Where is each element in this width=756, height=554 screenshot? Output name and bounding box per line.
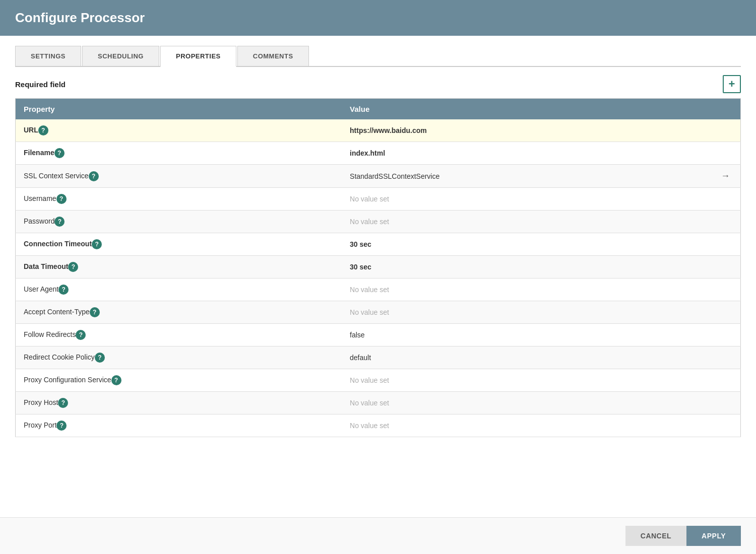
table-body: URL?https://www.baidu.comFilename?index.… (16, 119, 741, 437)
table-row[interactable]: Data Timeout?30 sec (16, 256, 741, 279)
help-icon[interactable]: ? (92, 239, 102, 249)
col-header-property: Property (16, 99, 342, 120)
property-value-cell[interactable]: default (342, 347, 710, 369)
tab-settings[interactable]: SETTINGS (15, 46, 81, 66)
tab-scheduling[interactable]: SCHEDULING (82, 46, 159, 66)
property-action-cell (711, 347, 741, 369)
table-row[interactable]: Follow Redirects?false (16, 324, 741, 347)
property-action-cell (711, 324, 741, 347)
cancel-button[interactable]: CANCEL (625, 526, 686, 546)
property-name-cell: Data Timeout? (16, 256, 342, 279)
table-row[interactable]: Filename?index.html (16, 142, 741, 165)
property-name: Proxy Configuration Service (24, 376, 111, 384)
properties-table: Property Value URL?https://www.baidu.com… (15, 98, 741, 437)
property-value-cell[interactable]: 30 sec (342, 233, 710, 256)
dialog-content: SETTINGS SCHEDULING PROPERTIES COMMENTS … (0, 36, 756, 517)
table-row[interactable]: Connection Timeout?30 sec (16, 233, 741, 256)
property-name: Password (24, 217, 54, 225)
help-icon[interactable]: ? (54, 217, 65, 227)
help-icon[interactable]: ? (56, 194, 67, 204)
help-icon[interactable]: ? (58, 285, 69, 295)
table-row[interactable]: Proxy Configuration Service?No value set (16, 369, 741, 392)
help-icon[interactable]: ? (95, 353, 105, 363)
property-value-cell[interactable]: No value set (342, 279, 710, 301)
property-name-cell: Accept Content-Type? (16, 301, 342, 324)
required-field-row: Required field + (15, 67, 741, 98)
property-name: SSL Context Service (24, 172, 89, 180)
property-action-cell (711, 369, 741, 392)
property-value-cell[interactable]: No value set (342, 369, 710, 392)
property-name: Data Timeout (24, 262, 68, 270)
add-property-button[interactable]: + (723, 75, 741, 93)
dialog-footer: CANCEL APPLY (0, 517, 756, 554)
property-name-cell: User Agent? (16, 279, 342, 301)
property-value-cell[interactable]: No value set (342, 392, 710, 414)
table-row[interactable]: User Agent?No value set (16, 279, 741, 301)
help-icon[interactable]: ? (90, 307, 100, 317)
property-name: URL (24, 126, 38, 134)
property-value-cell[interactable]: No value set (342, 188, 710, 211)
property-name-cell: Proxy Port? (16, 414, 342, 437)
table-row[interactable]: URL?https://www.baidu.com (16, 119, 741, 142)
property-value-cell[interactable]: 30 sec (342, 256, 710, 279)
table-row[interactable]: Redirect Cookie Policy?default (16, 347, 741, 369)
property-value-cell[interactable]: No value set (342, 211, 710, 233)
property-value-cell[interactable]: No value set (342, 414, 710, 437)
help-icon[interactable]: ? (68, 262, 78, 272)
property-name: Proxy Host (24, 398, 58, 406)
table-header: Property Value (16, 99, 741, 120)
help-icon[interactable]: ? (89, 171, 99, 181)
table-row[interactable]: Password?No value set (16, 211, 741, 233)
col-header-action (711, 99, 741, 120)
property-action-cell (711, 142, 741, 165)
help-icon[interactable]: ? (38, 125, 48, 135)
navigate-arrow-icon[interactable]: → (721, 171, 730, 181)
table-row[interactable]: Accept Content-Type?No value set (16, 301, 741, 324)
apply-button[interactable]: APPLY (686, 526, 741, 546)
property-action-cell (711, 301, 741, 324)
property-value-cell[interactable]: https://www.baidu.com (342, 119, 710, 142)
required-field-label: Required field (15, 80, 66, 89)
property-value-cell[interactable]: No value set (342, 301, 710, 324)
help-icon[interactable]: ? (54, 148, 65, 158)
col-header-value: Value (342, 99, 710, 120)
property-action-cell (711, 211, 741, 233)
table-row[interactable]: Proxy Port?No value set (16, 414, 741, 437)
property-name: Follow Redirects (24, 330, 76, 338)
property-name: Accept Content-Type (24, 308, 90, 316)
tab-properties[interactable]: PROPERTIES (160, 46, 236, 67)
property-value-cell[interactable]: StandardSSLContextService (342, 165, 710, 188)
help-icon[interactable]: ? (111, 375, 121, 385)
property-action-cell (711, 414, 741, 437)
property-name-cell: URL? (16, 119, 342, 142)
property-name: Connection Timeout (24, 240, 92, 248)
property-action-cell (711, 279, 741, 301)
property-action-cell (711, 233, 741, 256)
configure-processor-dialog: Configure Processor SETTINGS SCHEDULING … (0, 0, 756, 554)
help-icon[interactable]: ? (58, 398, 68, 408)
property-value-cell[interactable]: false (342, 324, 710, 347)
property-name-cell: Redirect Cookie Policy? (16, 347, 342, 369)
property-name: Username (24, 194, 56, 202)
property-value-cell[interactable]: index.html (342, 142, 710, 165)
tab-comments[interactable]: COMMENTS (237, 46, 309, 66)
property-action-cell (711, 256, 741, 279)
property-name: Proxy Port (24, 421, 56, 429)
property-name: Redirect Cookie Policy (24, 353, 95, 361)
property-name-cell: Username? (16, 188, 342, 211)
property-name-cell: Connection Timeout? (16, 233, 342, 256)
help-icon[interactable]: ? (76, 330, 86, 340)
table-row[interactable]: Proxy Host?No value set (16, 392, 741, 414)
property-name-cell: Password? (16, 211, 342, 233)
property-name: Filename (24, 149, 54, 157)
dialog-title: Configure Processor (15, 10, 741, 26)
help-icon[interactable]: ? (56, 421, 67, 431)
property-name-cell: Follow Redirects? (16, 324, 342, 347)
table-row[interactable]: Username?No value set (16, 188, 741, 211)
dialog-header: Configure Processor (0, 0, 756, 36)
table-row[interactable]: SSL Context Service?StandardSSLContextSe… (16, 165, 741, 188)
property-name-cell: Proxy Configuration Service? (16, 369, 342, 392)
property-name-cell: Filename? (16, 142, 342, 165)
property-name-cell: Proxy Host? (16, 392, 342, 414)
property-action-cell: → (711, 165, 741, 188)
